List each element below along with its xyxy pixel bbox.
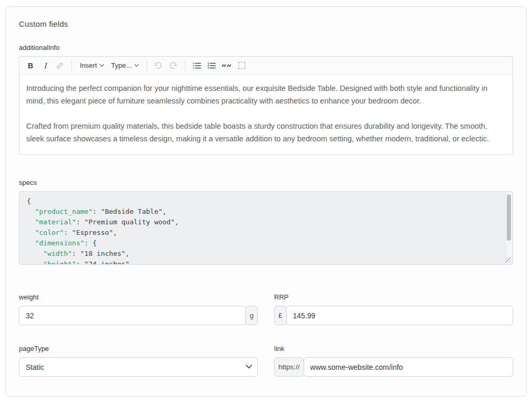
rrp-input[interactable] bbox=[286, 306, 513, 325]
code-line: { bbox=[27, 196, 499, 206]
insert-dropdown-label: Insert bbox=[80, 61, 97, 69]
dashed-box-button[interactable] bbox=[235, 59, 248, 72]
numbered-list-button[interactable] bbox=[205, 59, 218, 72]
undo-icon bbox=[154, 61, 163, 69]
blockquote-icon: ““ bbox=[222, 65, 232, 70]
blockquote-button[interactable]: ““ bbox=[220, 59, 234, 72]
type-dropdown[interactable]: Type... bbox=[108, 59, 142, 72]
toolbar-divider bbox=[147, 60, 147, 71]
page-type-field-group: pageType Static bbox=[19, 345, 258, 377]
link-input[interactable] bbox=[304, 357, 513, 377]
numbered-list-icon bbox=[207, 62, 216, 69]
redo-icon bbox=[169, 61, 178, 69]
weight-unit-suffix: g bbox=[245, 306, 258, 325]
specs-code-content: { "product_name": "Bedside Table", "mate… bbox=[27, 196, 499, 265]
specs-label: specs bbox=[19, 179, 513, 187]
weight-field-group: weight g bbox=[19, 293, 258, 325]
redo-button[interactable] bbox=[166, 59, 180, 72]
editor-content[interactable]: Introducing the perfect companion for yo… bbox=[19, 75, 513, 154]
specs-code-textarea[interactable]: { "product_name": "Bedside Table", "mate… bbox=[19, 191, 513, 265]
code-line: "color": "Espresso", bbox=[27, 227, 499, 238]
editor-toolbar: B I Insert bbox=[19, 57, 513, 75]
link-label: link bbox=[274, 345, 513, 353]
editor-paragraph: Crafted from premium quality materials, … bbox=[26, 120, 506, 145]
link-protocol-prefix: https:// bbox=[274, 357, 304, 377]
panel-title: Custom fields bbox=[19, 19, 513, 28]
textarea-resize-handle[interactable] bbox=[506, 257, 511, 263]
chevron-down-icon bbox=[134, 64, 139, 67]
dashed-box-icon bbox=[238, 62, 245, 69]
chevron-down-icon bbox=[100, 64, 104, 67]
code-line: "dimensions": { bbox=[27, 238, 499, 248]
italic-button[interactable]: I bbox=[38, 59, 52, 72]
rich-text-editor: B I Insert bbox=[19, 56, 513, 155]
editor-paragraph: Introducing the perfect companion for yo… bbox=[26, 82, 506, 107]
undo-button[interactable] bbox=[152, 59, 165, 72]
bullet-list-icon bbox=[193, 62, 201, 69]
toolbar-divider bbox=[71, 60, 72, 71]
insert-dropdown[interactable]: Insert bbox=[77, 59, 107, 72]
bold-button[interactable]: B bbox=[24, 59, 37, 72]
link-field-group: link https:// bbox=[274, 345, 513, 377]
bullet-list-button[interactable] bbox=[190, 59, 204, 72]
weight-input[interactable] bbox=[19, 306, 246, 325]
weight-label: weight bbox=[19, 293, 258, 301]
custom-fields-panel: Custom fields additionalInfo B I bbox=[5, 6, 527, 397]
code-line: "product_name": "Bedside Table", bbox=[27, 206, 499, 217]
page-type-select[interactable]: Static bbox=[19, 357, 258, 377]
rrp-label: RRP bbox=[274, 293, 513, 301]
code-line: "material": "Premium quality wood", bbox=[27, 217, 499, 227]
rrp-field-group: RRP £ bbox=[274, 293, 513, 325]
code-line: "height": "24 inches" bbox=[27, 259, 499, 265]
link-button[interactable] bbox=[53, 59, 67, 72]
specs-scrollbar-thumb[interactable] bbox=[507, 194, 511, 241]
toolbar-divider bbox=[185, 60, 185, 71]
additional-info-label: additionalInfo bbox=[19, 44, 513, 51]
page-type-label: pageType bbox=[19, 345, 258, 353]
type-dropdown-label: Type... bbox=[111, 61, 132, 69]
link-icon bbox=[56, 61, 64, 70]
specs-scrollbar[interactable] bbox=[505, 192, 512, 264]
code-line: "width": "18 inches", bbox=[27, 248, 499, 259]
rrp-currency-prefix: £ bbox=[274, 306, 287, 325]
